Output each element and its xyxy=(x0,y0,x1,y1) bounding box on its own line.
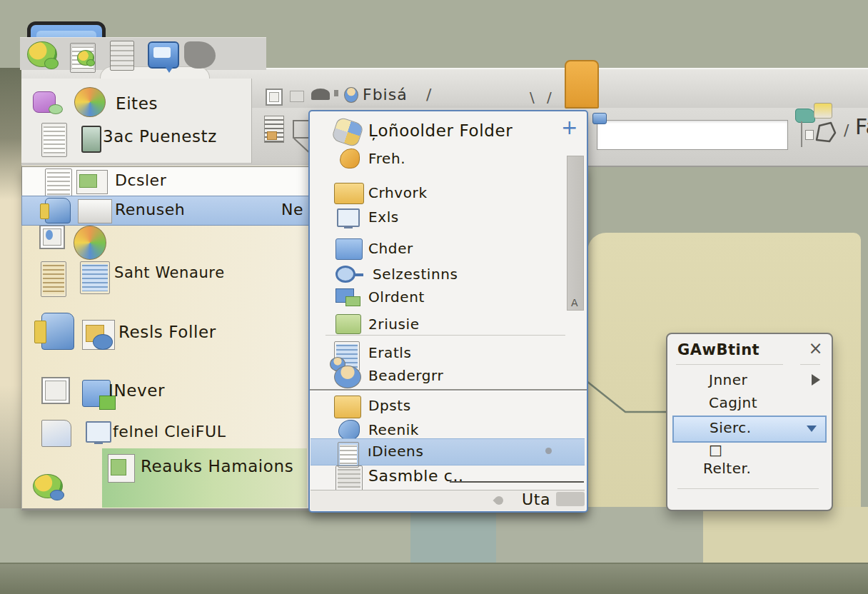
doc-gray-icon xyxy=(335,465,363,491)
chevron-down-icon[interactable] xyxy=(807,426,817,432)
app-swirl-icon[interactable] xyxy=(27,41,57,67)
popup-item-cagjnt[interactable]: Cagjnt xyxy=(709,394,757,411)
content-item-3[interactable]: INever xyxy=(108,381,165,400)
header-item-eites[interactable]: Eites xyxy=(116,94,158,113)
context-popup: GAwBtint × Jnner Cagjnt Sierc. □ Relter. xyxy=(666,333,833,511)
popup-item-jnner[interactable]: Jnner xyxy=(709,371,747,388)
content-item-1[interactable]: Saht Wenaure xyxy=(114,264,225,281)
outline-shape-icon[interactable] xyxy=(812,120,841,146)
background-band-light xyxy=(496,507,703,564)
green-window-icon xyxy=(108,454,135,483)
menu-row-dcsler[interactable]: Dcsler xyxy=(21,166,310,196)
blue-dot xyxy=(46,230,53,240)
register-icon[interactable] xyxy=(81,126,101,153)
address-input[interactable] xyxy=(597,120,788,150)
content-item-2[interactable]: Resls Foller xyxy=(118,323,216,341)
parrot-icon[interactable] xyxy=(74,226,106,260)
view-frame-icon[interactable] xyxy=(266,89,283,106)
scroll-arrow[interactable]: A xyxy=(571,297,578,308)
white-box-icon xyxy=(78,199,112,223)
green-blob-icon xyxy=(49,104,63,114)
files-label: Fbisá xyxy=(363,86,408,104)
header-item-puenestz[interactable]: 3ac Puenestz xyxy=(103,127,217,146)
fade-label: Fade xyxy=(855,114,868,139)
user-silhouette-icon[interactable] xyxy=(344,87,358,103)
popup-separator-1 xyxy=(676,364,783,365)
boot-orange-icon xyxy=(340,148,360,168)
menu-row2-right-label: Ne xyxy=(281,201,303,218)
frame-photo-icon[interactable] xyxy=(41,377,70,404)
popup-item-relter[interactable]: Relter. xyxy=(703,460,751,477)
tan-doc-stack-icon[interactable] xyxy=(41,261,66,297)
dd-item-selzestinns[interactable]: Selzestinns xyxy=(373,266,458,283)
popup-title: GAwBtint xyxy=(677,341,760,358)
submenu-arrow-icon xyxy=(812,374,820,386)
dd-item-dpsts[interactable]: Dpsts xyxy=(368,397,411,414)
blue-doc-icon[interactable] xyxy=(80,261,110,294)
plus-icon[interactable]: + xyxy=(561,116,578,139)
selected-menu-row[interactable]: ıDieens xyxy=(311,438,585,465)
boot-blue-icon xyxy=(338,420,360,440)
separator xyxy=(326,335,565,336)
list-highlight-cell xyxy=(267,131,277,140)
curve-shape-icon xyxy=(311,89,330,100)
lined-document-icon[interactable] xyxy=(41,123,67,157)
close-icon[interactable]: × xyxy=(808,338,823,358)
folder-user-icon xyxy=(334,396,361,418)
dd-item-chder[interactable]: Chder xyxy=(368,240,413,257)
gray-blob-icon xyxy=(184,41,216,69)
dd-item-eratls[interactable]: Eratls xyxy=(368,344,412,361)
folder-doc-icon[interactable] xyxy=(41,420,71,447)
dd-item-olrdent[interactable]: Olrdent xyxy=(368,288,425,306)
drop-icon xyxy=(493,495,505,507)
fade-slash: / xyxy=(844,121,849,139)
new-folder-icon xyxy=(331,116,365,148)
swirl-arrows-icon[interactable] xyxy=(33,474,63,498)
chat-monitor-icon[interactable] xyxy=(148,41,179,69)
scrollbar[interactable]: A xyxy=(567,156,584,311)
backslash-glyph: \ xyxy=(530,89,535,106)
doc-green-icon xyxy=(45,168,72,198)
floor xyxy=(0,563,868,594)
dd-item-freh[interactable]: Freh. xyxy=(368,150,405,167)
menu-row1-label: Dcsler xyxy=(115,171,166,189)
dd-item-folder[interactable]: Ļoñoolder Folder xyxy=(368,121,513,140)
content-item-4[interactable]: felnel CleiFUL xyxy=(113,423,226,441)
blue-ball xyxy=(93,334,113,350)
disk-plus-icon[interactable] xyxy=(82,380,111,407)
printer-icon[interactable] xyxy=(41,313,74,350)
user-icon xyxy=(334,366,361,388)
slash-glyph: / xyxy=(426,86,431,104)
square-button-icon[interactable] xyxy=(290,91,304,102)
popup-item-sierc: Sierc. xyxy=(710,419,752,436)
dd-item-crhvork[interactable]: Crhvork xyxy=(368,184,428,201)
folder-open-icon xyxy=(335,314,361,334)
small-dot xyxy=(545,448,552,454)
blue-jug-icon xyxy=(45,198,71,223)
monitor-icon xyxy=(337,208,360,227)
background-band-teal xyxy=(410,507,496,564)
menu-row-renuseh[interactable]: Renuseh Ne xyxy=(21,196,310,226)
background-band-cream xyxy=(703,507,868,564)
window-left-edge xyxy=(0,68,21,508)
folder-blue-icon xyxy=(335,238,363,260)
dd-item-beadergrr[interactable]: Beadergrr xyxy=(368,367,443,384)
footer-label: Uta xyxy=(522,490,550,508)
dd-item-2riusie[interactable]: 2riusie xyxy=(368,316,420,333)
popup-selected-row[interactable]: Sierc. xyxy=(672,416,827,443)
server-list-icon[interactable] xyxy=(110,41,134,71)
window-green-icon xyxy=(76,170,108,194)
highlighted-content-row[interactable]: Reauks Hamaions xyxy=(102,448,307,508)
toolbar-divider xyxy=(801,121,802,147)
dd-item-reenik[interactable]: Reenik xyxy=(368,421,419,438)
small-monitor-icon[interactable] xyxy=(86,421,111,443)
menu-row2-label: Renuseh xyxy=(115,201,185,218)
dd-item-exls[interactable]: Exls xyxy=(368,208,399,226)
address-doc-icon xyxy=(592,113,607,124)
yellow-tool-icon[interactable] xyxy=(814,103,832,119)
orange-folder-tab[interactable] xyxy=(565,60,599,109)
color-ball-icon[interactable] xyxy=(74,87,106,117)
popup-item-square[interactable]: □ xyxy=(709,441,722,458)
dropdown-footer: Uta xyxy=(311,490,585,510)
footer-blob xyxy=(556,492,585,506)
